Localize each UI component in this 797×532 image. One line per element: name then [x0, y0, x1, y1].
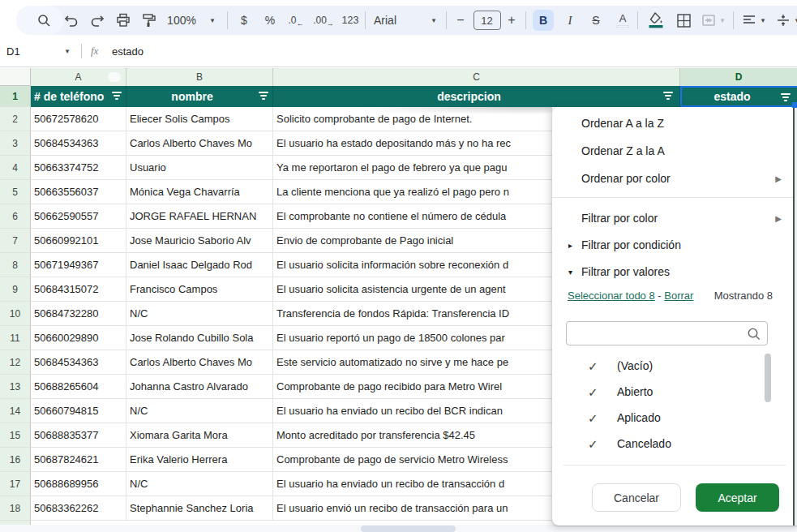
filter-icon[interactable]	[781, 93, 791, 103]
more-formats-button[interactable]: 123	[339, 6, 362, 35]
vertical-align-icon[interactable]	[774, 6, 792, 35]
cell-name[interactable]: Jose Rolando Cubillo Sola	[126, 326, 273, 350]
cell-phone[interactable]: 50687824621	[31, 448, 126, 472]
row-header[interactable]: 11	[0, 326, 31, 350]
menu-item-sort-by-color[interactable]: Ordenar por color▶	[552, 165, 797, 192]
cell-name[interactable]: Eliecer Solis Campos	[126, 107, 273, 131]
filter-icon[interactable]	[259, 92, 268, 101]
formula-input[interactable]: estado	[112, 35, 144, 67]
row-header-1[interactable]: 1	[0, 86, 31, 107]
cell-phone[interactable]: 50660794815	[31, 399, 126, 423]
borders-icon[interactable]	[674, 6, 693, 35]
horizontal-scrollbar-thumb[interactable]	[361, 526, 456, 532]
cell-phone[interactable]: 50663374752	[31, 156, 126, 180]
horizontal-align-caret-icon[interactable]: ▾	[758, 6, 768, 35]
cell-name[interactable]: Xiomara Garita Mora	[126, 423, 273, 448]
increase-font-size-button[interactable]: +	[503, 6, 520, 35]
row-header[interactable]: 10	[0, 302, 31, 326]
clear-link[interactable]: Borrar	[664, 290, 693, 302]
filter-icon[interactable]	[663, 92, 673, 101]
font-select[interactable]: Arial	[374, 6, 406, 35]
column-dropdown-pill[interactable]	[108, 72, 121, 82]
header-cell-telefono[interactable]: # de teléfono	[31, 86, 126, 107]
column-header-d[interactable]: D	[680, 68, 797, 86]
row-header[interactable]: 8	[0, 253, 31, 277]
row-header[interactable]: 3	[0, 131, 31, 156]
filter-value-item[interactable]: ✓Abierto	[552, 379, 797, 405]
horizontal-align-icon[interactable]	[740, 6, 758, 35]
format-percent-button[interactable]: %	[261, 6, 279, 35]
cancel-button[interactable]: Cancelar	[592, 483, 681, 512]
column-header-a[interactable]: A	[31, 68, 126, 86]
cell-phone[interactable]: 50683362262	[31, 496, 126, 521]
cell-name[interactable]: Erika Valerio Herrera	[126, 448, 273, 472]
column-header-c[interactable]: C	[273, 68, 680, 86]
row-header[interactable]: 16	[0, 448, 31, 472]
cell-phone[interactable]: 50684732280	[31, 302, 126, 326]
row-header[interactable]: 6	[0, 204, 31, 229]
menu-item-filter-by-color[interactable]: Filtrar por color▶	[552, 204, 797, 232]
header-cell-descripcion[interactable]: descripcion	[273, 86, 680, 107]
filter-search-input[interactable]	[566, 321, 768, 345]
cell-name[interactable]: Stephannie Sanchez Loria	[126, 496, 273, 521]
text-color-button[interactable]: A	[614, 6, 632, 35]
cell-phone[interactable]: 50688689956	[31, 472, 126, 496]
filter-value-item[interactable]: ✓(Vacío)	[552, 353, 797, 379]
cell-name[interactable]: Daniel Isaac Delgado Rod	[126, 253, 273, 277]
select-all-link[interactable]: Seleccionar todo 8	[568, 290, 655, 302]
cell-phone[interactable]: 50662590557	[31, 204, 126, 229]
name-box-caret-icon[interactable]: ▾	[62, 36, 73, 66]
row-header[interactable]: 17	[0, 472, 31, 496]
cell-phone[interactable]: 50684534363	[31, 350, 126, 375]
menu-item-filter-by-condition[interactable]: ▸Filtrar por condición	[552, 231, 797, 259]
decrease-font-size-button[interactable]: −	[452, 6, 469, 35]
filter-value-item[interactable]: ✓Aplicado	[552, 405, 797, 431]
cell-name[interactable]: Francisco Campos	[126, 277, 273, 302]
cell-name[interactable]: JORGE RAFAEL HERNAN	[126, 204, 273, 229]
row-header[interactable]: 9	[0, 277, 31, 302]
cell-name[interactable]: Carlos Alberto Chaves Mo	[126, 350, 273, 375]
row-header[interactable]: 7	[0, 229, 31, 253]
cell-name[interactable]: Johanna Castro Alvarado	[126, 375, 273, 399]
vertical-align-caret-icon[interactable]: ▾	[792, 6, 797, 35]
cell-phone[interactable]: 50660992101	[31, 229, 126, 253]
cell-name[interactable]: N/C	[126, 472, 273, 496]
cell-name[interactable]: N/C	[126, 302, 273, 326]
strikethrough-button[interactable]: S	[587, 6, 605, 35]
cell-phone[interactable]: 50684534363	[31, 131, 126, 156]
print-icon[interactable]	[114, 6, 133, 35]
redo-icon[interactable]	[88, 6, 107, 35]
row-header[interactable]: 5	[0, 180, 31, 204]
header-cell-nombre[interactable]: nombre	[126, 86, 273, 107]
row-header[interactable]: 2	[0, 107, 31, 131]
cell-name[interactable]: Mónica Vega Chavarría	[126, 180, 273, 204]
row-header[interactable]: 12	[0, 350, 31, 375]
accept-button[interactable]: Aceptar	[696, 483, 779, 512]
select-all-corner[interactable]	[0, 68, 31, 86]
column-header-b[interactable]: B	[126, 68, 273, 86]
cell-name[interactable]: Jose Mauricio Saborio Alv	[126, 229, 273, 253]
font-caret-icon[interactable]: ▾	[428, 6, 439, 35]
fill-color-icon[interactable]	[645, 6, 666, 35]
zoom-caret-icon[interactable]: ▾	[207, 6, 218, 35]
filter-value-item[interactable]: ✓Cancelado	[552, 431, 797, 457]
cell-name[interactable]: Carlos Alberto Chaves Mo	[126, 131, 273, 156]
menu-item-sort-za[interactable]: Ordenar Z a la A	[552, 137, 797, 165]
zoom-select[interactable]: 100%	[165, 6, 199, 35]
row-header[interactable]: 4	[0, 156, 31, 180]
filter-icon[interactable]	[112, 92, 122, 101]
header-cell-estado[interactable]: estado	[680, 86, 797, 107]
cell-phone[interactable]: 50660029890	[31, 326, 126, 350]
menu-item-sort-az[interactable]: Ordenar A a la Z	[552, 109, 797, 137]
decrease-decimal-button[interactable]: .0←	[285, 6, 306, 35]
row-header[interactable]: 18	[0, 496, 31, 521]
cell-phone[interactable]: 50663556037	[31, 180, 126, 204]
italic-button[interactable]: I	[561, 6, 579, 35]
paint-format-icon[interactable]	[139, 6, 159, 35]
selection-fill-handle[interactable]	[792, 102, 797, 108]
format-currency-button[interactable]: $	[235, 6, 253, 35]
cell-phone[interactable]: 50684315072	[31, 277, 126, 302]
row-header[interactable]: 15	[0, 423, 31, 448]
font-size-input[interactable]: 12	[473, 6, 501, 35]
row-header[interactable]: 13	[0, 375, 31, 399]
